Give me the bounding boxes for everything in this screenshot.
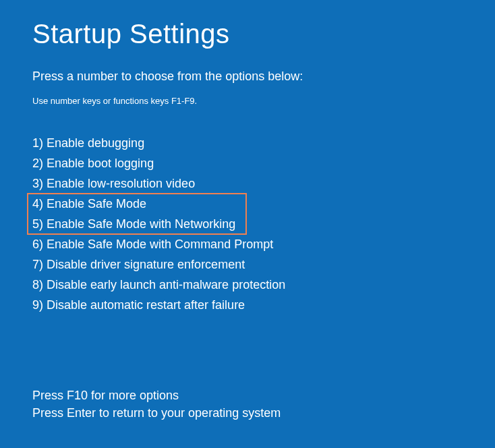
instruction-text: Press a number to choose from the option… <box>32 69 463 84</box>
option-8-disable-antimalware[interactable]: 8) Disable early launch anti-malware pro… <box>32 275 463 295</box>
footer-more-options: Press F10 for more options <box>32 387 463 404</box>
hint-text: Use number keys or functions keys F1-F9. <box>32 96 463 106</box>
footer-return: Press Enter to return to your operating … <box>32 404 463 422</box>
option-6-safe-mode-cmd[interactable]: 6) Enable Safe Mode with Command Prompt <box>32 234 463 254</box>
page-title: Startup Settings <box>32 19 463 49</box>
options-list: 1) Enable debugging 2) Enable boot loggi… <box>32 133 463 315</box>
option-7-disable-driver-sig[interactable]: 7) Disable driver signature enforcement <box>32 254 463 275</box>
option-2-boot-logging[interactable]: 2) Enable boot logging <box>32 153 463 173</box>
option-3-low-res-video[interactable]: 3) Enable low-resolution video <box>32 173 463 194</box>
option-4-safe-mode[interactable]: 4) Enable Safe Mode <box>32 194 463 214</box>
option-5-safe-mode-networking[interactable]: 5) Enable Safe Mode with Networking <box>32 214 463 234</box>
footer-instructions: Press F10 for more options Press Enter t… <box>32 387 463 422</box>
option-9-disable-auto-restart[interactable]: 9) Disable automatic restart after failu… <box>32 295 463 315</box>
startup-settings-screen: Startup Settings Press a number to choos… <box>0 0 495 422</box>
option-1-debugging[interactable]: 1) Enable debugging <box>32 133 463 153</box>
